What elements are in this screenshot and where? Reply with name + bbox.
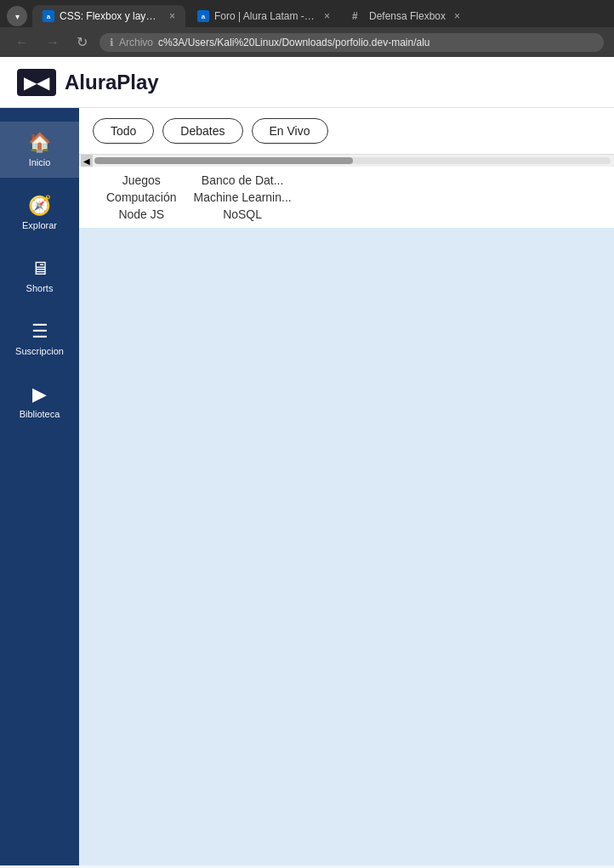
sidebar: 🏠 Inicio 🧭 Explorar 🖥 Shorts ☰ Suscripci… xyxy=(0,108,79,865)
tab-close-2[interactable]: × xyxy=(324,10,330,22)
subscription-icon: ☰ xyxy=(31,321,48,343)
browser-chrome: ▾ a CSS: Flexbox y layou... × a Foro | A… xyxy=(0,0,614,57)
protocol-icon: ℹ xyxy=(110,37,114,48)
tab-defensa-flexbox[interactable]: # Defensa Flexbox × xyxy=(342,5,470,27)
tags-section: ◀ Juegos Computación Node JS Banco de Da… xyxy=(79,155,614,228)
library-icon: ▶ xyxy=(32,383,47,406)
home-icon: 🏠 xyxy=(28,132,51,154)
tags-group-2: Banco de Dat... Machine Learnin... NoSQL xyxy=(194,173,292,221)
address-input[interactable]: ℹ Archivo c%3A/Users/Kali%20Linux/Downlo… xyxy=(99,33,604,52)
tab-label-3: Defensa Flexbox xyxy=(369,10,446,22)
logo-text: AluraPlay xyxy=(65,71,159,94)
filter-todo-button[interactable]: Todo xyxy=(93,118,154,144)
filter-bar: Todo Debates En Vivo xyxy=(79,108,614,155)
protocol-label: Archivo xyxy=(119,37,153,48)
content-placeholder xyxy=(79,228,614,865)
scroll-left-button[interactable]: ◀ xyxy=(81,155,93,167)
tab-close-3[interactable]: × xyxy=(454,10,460,22)
app-container: ▶◀ AluraPlay 🏠 Inicio 🧭 Explorar 🖥 Short… xyxy=(0,57,614,865)
url-text: c%3A/Users/Kali%20Linux/Downloads/porfol… xyxy=(158,37,430,48)
sidebar-item-biblioteca[interactable]: ▶ Biblioteca xyxy=(0,373,79,429)
scroll-thumb xyxy=(94,157,353,164)
tab-favicon-2: a xyxy=(197,10,209,22)
header: ▶◀ AluraPlay xyxy=(0,57,614,108)
explore-icon: 🧭 xyxy=(28,195,51,217)
tag-banco-datos[interactable]: Banco de Dat... xyxy=(194,173,292,187)
tab-css-flexbox[interactable]: a CSS: Flexbox y layou... × xyxy=(32,5,185,27)
tab-dropdown-button[interactable]: ▾ xyxy=(7,6,27,26)
tab-foro-alura[interactable]: a Foro | Alura Latam - C... × xyxy=(187,5,340,27)
tab-favicon-1: a xyxy=(43,10,54,22)
tag-juegos[interactable]: Juegos xyxy=(106,173,177,187)
address-bar: ← → ↻ ℹ Archivo c%3A/Users/Kali%20Linux/… xyxy=(0,27,614,57)
forward-button[interactable]: → xyxy=(41,33,65,52)
sidebar-item-suscripcion[interactable]: ☰ Suscripcion xyxy=(0,310,79,366)
sidebar-label-explorar: Explorar xyxy=(22,220,57,230)
filter-debates-button[interactable]: Debates xyxy=(162,118,242,144)
tag-nodejs[interactable]: Node JS xyxy=(106,207,177,221)
sidebar-label-biblioteca: Biblioteca xyxy=(20,409,60,419)
tag-nosql[interactable]: NoSQL xyxy=(194,207,292,221)
sidebar-item-shorts[interactable]: 🖥 Shorts xyxy=(0,247,79,304)
shorts-icon: 🖥 xyxy=(31,258,49,280)
main-layout: 🏠 Inicio 🧭 Explorar 🖥 Shorts ☰ Suscripci… xyxy=(0,108,614,865)
sidebar-item-inicio[interactable]: 🏠 Inicio xyxy=(0,122,79,178)
tag-machine-learning[interactable]: Machine Learnin... xyxy=(194,190,292,204)
tag-computacion[interactable]: Computación xyxy=(106,190,177,204)
sidebar-item-explorar[interactable]: 🧭 Explorar xyxy=(0,184,79,241)
logo-icon: ▶◀ xyxy=(17,69,56,96)
content-area: Todo Debates En Vivo ◀ Juegos Comput xyxy=(79,108,614,865)
tags-group-1: Juegos Computación Node JS xyxy=(106,173,177,221)
sidebar-label-inicio: Inicio xyxy=(29,157,51,167)
back-button[interactable]: ← xyxy=(10,33,34,52)
sidebar-label-suscripcion: Suscripcion xyxy=(15,346,64,356)
scroll-track xyxy=(94,157,611,164)
reload-button[interactable]: ↻ xyxy=(71,32,93,52)
sidebar-label-shorts: Shorts xyxy=(26,283,54,293)
logo: ▶◀ AluraPlay xyxy=(17,69,159,96)
tab-bar: ▾ a CSS: Flexbox y layou... × a Foro | A… xyxy=(0,0,614,27)
horizontal-scrollbar[interactable]: ◀ xyxy=(79,155,614,167)
tab-label-1: CSS: Flexbox y layou... xyxy=(60,10,161,22)
tab-close-1[interactable]: × xyxy=(169,10,175,22)
tags-row: Juegos Computación Node JS Banco de Dat.… xyxy=(79,167,614,228)
tab-favicon-3: # xyxy=(352,10,364,22)
tab-label-2: Foro | Alura Latam - C... xyxy=(214,10,316,22)
filter-en-vivo-button[interactable]: En Vivo xyxy=(252,118,328,144)
